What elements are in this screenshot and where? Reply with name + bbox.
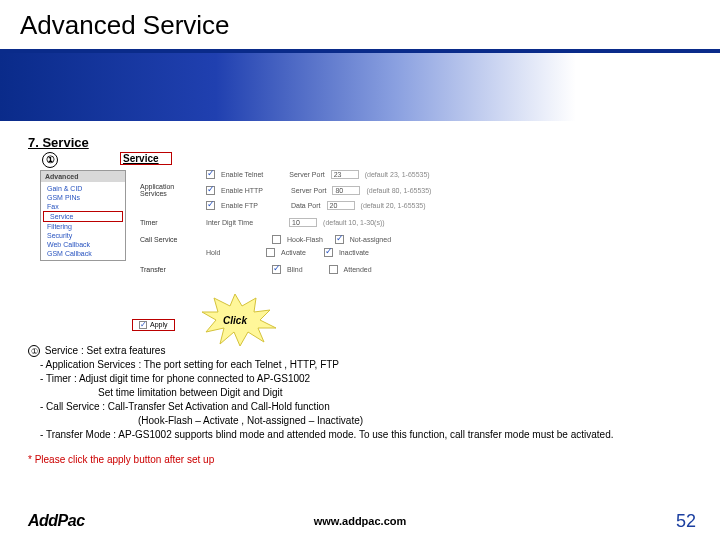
sidebar-item-security[interactable]: Security [41,231,125,240]
sidebar-header: Advanced [41,171,125,182]
apply-check-icon [139,321,147,329]
desc-line-1: - Application Services : The port settin… [28,358,692,372]
row-telnet: Enable Telnet Server Port 23 (default 23… [140,170,460,179]
desc-line-3: Set time limitation between Digit and Di… [28,386,692,400]
radio-blind[interactable] [272,265,281,274]
checkbox-http[interactable] [206,186,215,195]
checkbox-telnet[interactable] [206,170,215,179]
label-notassigned: Not-assigned [350,236,391,243]
label-blind: Blind [287,266,303,273]
sidebar-item-service[interactable]: Service [43,211,123,222]
label-activate: Activate [281,249,306,256]
sidebar-item-gain[interactable]: Gain & CID [41,184,125,193]
radio-attended[interactable] [329,265,338,274]
row-http: Application Services Enable HTTP Server … [140,183,460,197]
hint-timer: (default 10, 1-30(s)) [323,219,384,226]
desc-line-5: (Hook-Flash – Activate , Not-assigned – … [28,414,692,428]
title-band [0,53,720,121]
label-serverport-2: Server Port [291,187,326,194]
radio-inactivate[interactable] [324,248,333,257]
callout-number-1: ① [42,152,58,168]
radio-notassigned[interactable] [335,235,344,244]
row-timer: Timer Inter Digit Time 10 (default 10, 1… [140,218,460,227]
label-timer: Timer [140,219,200,226]
desc-line-6: - Transfer Mode : AP-GS1002 supports bli… [28,428,692,442]
label-interdigit: Inter Digit Time [206,219,253,226]
hint-telnet: (default 23, 1-65535) [365,171,430,178]
sidebar-item-webcallback[interactable]: Web Callback [41,240,125,249]
row-transfer: Transfer Blind Attended [140,265,460,274]
row-hold: Hold Activate Inactivate [140,248,460,257]
footer: AddPac www.addpac.com 52 [0,512,720,530]
label-appservices: Application Services [140,183,200,197]
sidebar-item-gsmcallback[interactable]: GSM Callback [41,249,125,258]
label-dataport: Data Port [291,202,321,209]
checkbox-ftp[interactable] [206,201,215,210]
label-serverport-1: Server Port [289,171,324,178]
apply-label: Apply [150,321,168,328]
logo: AddPac [0,512,85,530]
hint-ftp: (default 20, 1-65535) [361,202,426,209]
label-attended: Attended [344,266,372,273]
slide-title: Advanced Service [0,0,720,41]
desc-marker-1: ① [28,345,40,357]
label-callservice: Call Service [140,236,200,243]
burst-text: Click [223,315,247,326]
sidebar-list: Gain & CID GSM PINs Fax Service Filterin… [41,182,125,260]
service-label-box: Service [120,152,172,165]
input-http-port[interactable]: 80 [332,186,360,195]
row-ftp: Enable FTP Data Port 20 (default 20, 1-6… [140,201,460,210]
input-telnet-port[interactable]: 23 [331,170,359,179]
sidebar-item-pins[interactable]: GSM PINs [41,193,125,202]
label-inactivate: Inactivate [339,249,369,256]
sidebar-nav: Advanced Gain & CID GSM PINs Fax Service… [40,170,126,261]
form-panel: Enable Telnet Server Port 23 (default 23… [140,170,460,278]
desc-line-0: Service : Set extra features [42,345,165,356]
description-block: ① Service : Set extra features - Applica… [0,344,720,442]
screenshot-area: ① Service Advanced Gain & CID GSM PINs F… [90,154,692,344]
footer-url: www.addpac.com [314,515,407,527]
label-enable-telnet: Enable Telnet [221,171,263,178]
note-text: * Please click the apply button after se… [0,442,720,465]
radio-hookflash[interactable] [272,235,281,244]
sidebar-item-fax[interactable]: Fax [41,202,125,211]
page-number: 52 [676,511,696,532]
input-ftp-port[interactable]: 20 [327,201,355,210]
radio-activate[interactable] [266,248,275,257]
hint-http: (default 80, 1-65535) [366,187,431,194]
section-heading: 7. Service [0,121,720,150]
apply-button-box[interactable]: Apply [132,319,175,331]
desc-line-4: - Call Service : Call-Transfer Set Activ… [28,400,692,414]
label-enable-http: Enable HTTP [221,187,263,194]
label-enable-ftp: Enable FTP [221,202,258,209]
label-hold: Hold [206,249,260,256]
sidebar-item-filtering[interactable]: Filtering [41,222,125,231]
label-transfer: Transfer [140,266,200,273]
row-callservice: Call Service Hook-Flash Not-assigned [140,235,460,244]
input-timer[interactable]: 10 [289,218,317,227]
label-hookflash: Hook-Flash [287,236,323,243]
desc-line-2: - Timer : Adjust digit time for phone co… [28,372,692,386]
burst-shape: Click [190,292,280,348]
